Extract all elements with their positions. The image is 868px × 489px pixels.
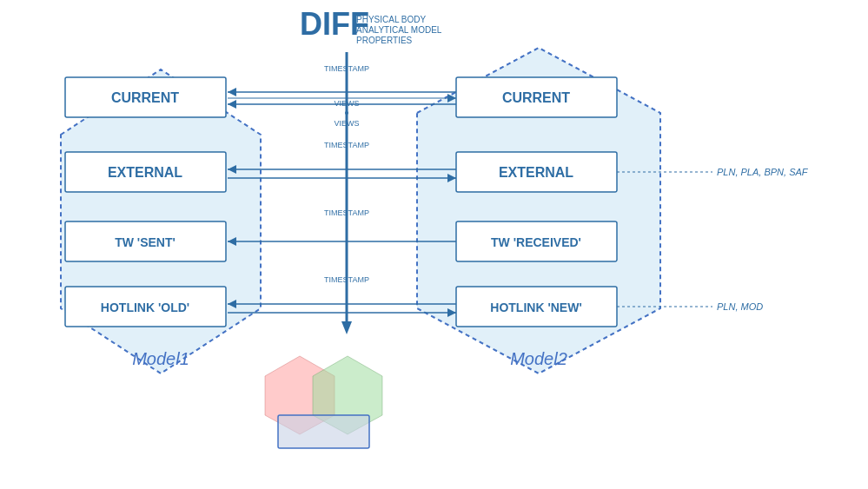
- timestamp-label-3: TIMESTAMP: [324, 208, 369, 217]
- timestamp-label-4: TIMESTAMP: [324, 275, 369, 284]
- views-label-1: VIEWS: [334, 99, 359, 108]
- arrowhead-2: [228, 100, 236, 109]
- down-arrow: [341, 321, 352, 334]
- annotation-text-2: PLN, MOD: [717, 301, 763, 312]
- diff-sub2: ANALYTICAL MODEL: [356, 25, 442, 35]
- timestamp-label-1: TIMESTAMP: [324, 64, 369, 73]
- annotation-text-1: PLN, PLA, BPN, SAF: [717, 167, 809, 177]
- views-label-2: VIEWS: [334, 119, 359, 128]
- diff-sub1: PHYSICAL BODY: [356, 15, 427, 24]
- arrowhead-1: [228, 88, 236, 96]
- venn-result-box: [278, 415, 369, 448]
- left-hotlink-old-label: HOTLINK 'OLD': [101, 301, 189, 314]
- left-current-label: CURRENT: [111, 90, 179, 105]
- right-current-label: CURRENT: [502, 90, 570, 105]
- left-tw-sent-label: TW 'SENT': [115, 235, 176, 249]
- views-dot: [345, 111, 348, 115]
- timestamp-label-2: TIMESTAMP: [324, 141, 369, 149]
- model1-label: Model1: [132, 349, 189, 368]
- diff-sub3: PROPERTIES: [356, 36, 413, 45]
- left-external-label: EXTERNAL: [108, 165, 182, 180]
- model2-label: Model2: [510, 349, 567, 368]
- diagram-container: DIFF PHYSICAL BODY ANALYTICAL MODEL PROP…: [0, 0, 868, 489]
- right-hotlink-new-label: HOTLINK 'NEW': [490, 301, 581, 314]
- right-external-label: EXTERNAL: [499, 165, 573, 180]
- right-tw-received-label: TW 'RECEIVED': [491, 235, 581, 249]
